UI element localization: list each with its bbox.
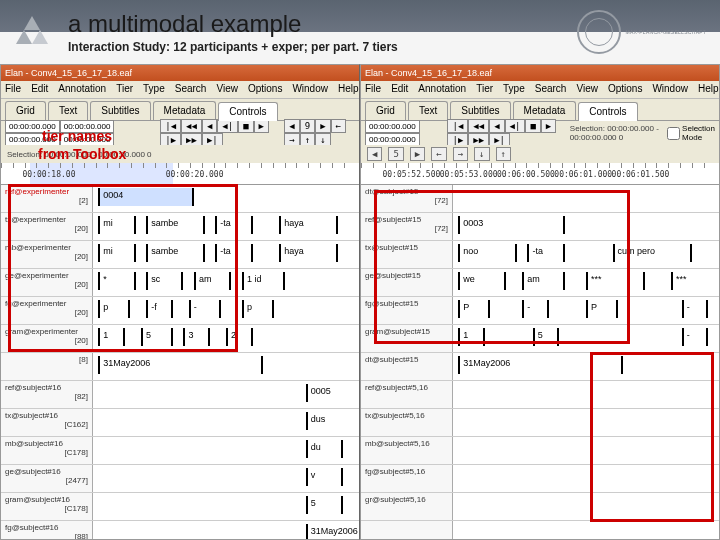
tier-track[interactable]: duscheh bbox=[93, 409, 359, 436]
slide-logo-left bbox=[14, 14, 50, 50]
menu-item-tier[interactable]: Tier bbox=[476, 83, 493, 96]
tier-label[interactable]: gr@subject#5,16 bbox=[361, 493, 453, 520]
menu-item-tier[interactable]: Tier bbox=[116, 83, 133, 96]
menu-item-window[interactable]: Window bbox=[292, 83, 328, 96]
timeline-ruler-right[interactable]: 00:05:52.50000:05:53.00000:06:00.50000:0… bbox=[361, 163, 719, 185]
annotation[interactable]: haya bbox=[279, 216, 338, 234]
menu-item-edit[interactable]: Edit bbox=[391, 83, 408, 96]
annotation[interactable]: - bbox=[682, 300, 709, 318]
tier-label[interactable]: fg@subject#16[88] bbox=[1, 521, 93, 539]
transport-button[interactable]: ◀◀ bbox=[468, 119, 489, 133]
annotation[interactable]: 31May2006 bbox=[98, 356, 263, 374]
transport-button[interactable]: ▶ bbox=[541, 119, 556, 133]
annotation[interactable]: dus bbox=[306, 412, 359, 430]
annotation[interactable]: p bbox=[242, 300, 274, 318]
tab-metadata[interactable]: Metadata bbox=[153, 101, 217, 120]
tier-label[interactable]: ge@subject#16[2477] bbox=[1, 465, 93, 492]
tier-track[interactable]: 31May2006 bbox=[93, 521, 359, 539]
transport-button[interactable]: ◀| bbox=[505, 119, 526, 133]
rate-button[interactable]: ▶ bbox=[410, 147, 425, 161]
tab-grid[interactable]: Grid bbox=[5, 101, 46, 120]
transport-right: |◀◀◀◀◀|■▶|▶▶▶▶| bbox=[447, 119, 558, 147]
tab-controls[interactable]: Controls bbox=[218, 102, 277, 121]
tier-label[interactable]: ref@subject#5,16 bbox=[361, 381, 453, 408]
menu-item-type[interactable]: Type bbox=[143, 83, 165, 96]
menu-item-window[interactable]: Window bbox=[652, 83, 688, 96]
menu-item-help[interactable]: Help bbox=[698, 83, 719, 96]
rate-button[interactable]: 9 bbox=[300, 119, 315, 133]
rate-button[interactable]: ◀ bbox=[367, 147, 382, 161]
menu-item-search[interactable]: Search bbox=[535, 83, 567, 96]
annotation[interactable]: 5 bbox=[306, 496, 343, 514]
tier-row: [8]31May2006 bbox=[1, 353, 359, 381]
transport-button[interactable]: ◀| bbox=[217, 119, 238, 133]
tab-grid[interactable]: Grid bbox=[365, 101, 406, 120]
transport-button[interactable]: ◀ bbox=[489, 119, 504, 133]
menu-item-search[interactable]: Search bbox=[175, 83, 207, 96]
transport-button[interactable]: ■ bbox=[238, 119, 253, 133]
tab-controls[interactable]: Controls bbox=[578, 102, 637, 121]
menu-item-annotation[interactable]: Annotation bbox=[58, 83, 106, 96]
tier-label[interactable]: dt@subject#15 bbox=[361, 353, 453, 380]
annotation[interactable]: 31May2006 bbox=[306, 524, 359, 539]
tab-metadata[interactable]: Metadata bbox=[513, 101, 577, 120]
tier-track[interactable]: 0005 bbox=[93, 381, 359, 408]
annotation[interactable]: *** bbox=[671, 272, 719, 290]
annotation[interactable]: v bbox=[306, 468, 343, 486]
tier-track[interactable]: 55 bbox=[93, 493, 359, 520]
menu-item-view[interactable]: View bbox=[576, 83, 598, 96]
tier-label[interactable]: gram@subject#16[C178] bbox=[1, 493, 93, 520]
annotation[interactable]: du bbox=[306, 440, 343, 458]
rate-button[interactable]: ← bbox=[331, 119, 346, 133]
menu-item-file[interactable]: File bbox=[365, 83, 381, 96]
ruler-label: 00:00:20.000 bbox=[166, 170, 224, 179]
tier-label[interactable]: mb@subject#5,16 bbox=[361, 437, 453, 464]
tier-track[interactable]: v- bbox=[93, 465, 359, 492]
menu-item-type[interactable]: Type bbox=[503, 83, 525, 96]
transport-button[interactable]: |◀ bbox=[160, 119, 181, 133]
tab-subtitles[interactable]: Subtitles bbox=[450, 101, 510, 120]
tier-track[interactable]: 31May2006 bbox=[453, 521, 719, 539]
selection-mode-checkbox[interactable]: Selection Mode bbox=[667, 124, 715, 142]
annotation[interactable]: 1 id bbox=[242, 272, 285, 290]
rate-button[interactable]: ▶ bbox=[315, 119, 330, 133]
rate-button[interactable]: → bbox=[453, 147, 468, 161]
menu-item-view[interactable]: View bbox=[216, 83, 238, 96]
tier-label[interactable]: ref@subject#16[82] bbox=[1, 381, 93, 408]
transport-button[interactable]: ▶ bbox=[254, 119, 269, 133]
rate-button[interactable]: ← bbox=[431, 147, 446, 161]
menu-item-options[interactable]: Options bbox=[248, 83, 282, 96]
tier-label[interactable]: tx@subject#16[C162] bbox=[1, 409, 93, 436]
rate-button[interactable]: 5 bbox=[388, 147, 403, 161]
menu-item-options[interactable]: Options bbox=[608, 83, 642, 96]
annotation[interactable]: 0005 bbox=[306, 384, 359, 402]
tier-row: fg@subject#16[88]31May2006 bbox=[1, 521, 359, 539]
highlight-box-right-2 bbox=[590, 352, 714, 522]
tier-label[interactable]: [8] bbox=[1, 353, 93, 380]
tabs-right: GridTextSubtitlesMetadataControls bbox=[361, 99, 719, 121]
rate-button[interactable]: ↑ bbox=[496, 147, 511, 161]
rate-button[interactable]: ◀ bbox=[284, 119, 299, 133]
menu-item-annotation[interactable]: Annotation bbox=[418, 83, 466, 96]
tier-track[interactable]: 31May2006 bbox=[93, 353, 359, 380]
tier-track[interactable]: duch bbox=[93, 437, 359, 464]
transport-button[interactable]: ◀◀ bbox=[181, 119, 202, 133]
tier-label[interactable]: mb@subject#16[C178] bbox=[1, 437, 93, 464]
tab-text[interactable]: Text bbox=[48, 101, 88, 120]
annotation[interactable]: haya bbox=[279, 244, 338, 262]
tier-label[interactable]: tx@subject#5,16 bbox=[361, 409, 453, 436]
annotation[interactable]: - bbox=[682, 328, 709, 346]
tier-label[interactable] bbox=[361, 521, 453, 539]
transport-button[interactable]: ◀ bbox=[202, 119, 217, 133]
menu-item-file[interactable]: File bbox=[5, 83, 21, 96]
menu-item-edit[interactable]: Edit bbox=[31, 83, 48, 96]
tab-text[interactable]: Text bbox=[408, 101, 448, 120]
menu-item-help[interactable]: Help bbox=[338, 83, 359, 96]
transport-button[interactable]: ■ bbox=[525, 119, 540, 133]
tab-subtitles[interactable]: Subtitles bbox=[90, 101, 150, 120]
tier-label[interactable]: fg@subject#5,16 bbox=[361, 465, 453, 492]
timecode-field[interactable]: 00:00:00.000 bbox=[365, 120, 420, 133]
transport-button[interactable]: |◀ bbox=[447, 119, 468, 133]
timeline-ruler-left[interactable]: 00:00:18.0000:00:20.000 bbox=[1, 163, 359, 185]
rate-button[interactable]: ↓ bbox=[474, 147, 489, 161]
